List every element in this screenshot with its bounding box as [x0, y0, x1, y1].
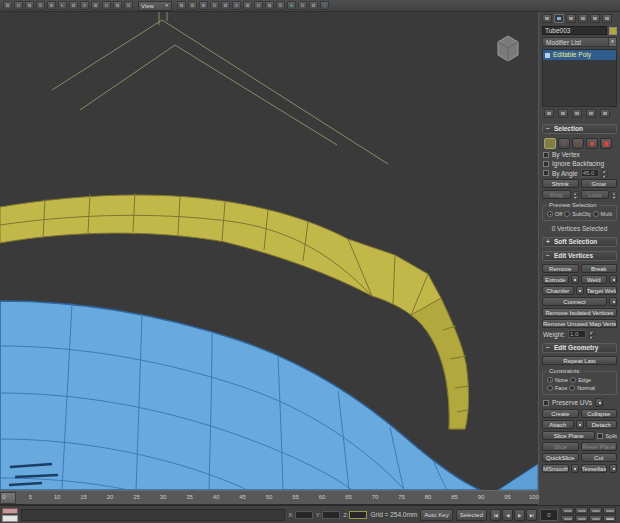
- unlink-selection-icon[interactable]: [36, 1, 45, 10]
- border-icon[interactable]: □: [572, 138, 584, 149]
- curve-editor-icon[interactable]: [265, 1, 274, 10]
- extrude-button[interactable]: Extrude: [542, 275, 569, 284]
- constraint-none-radio[interactable]: [547, 377, 553, 383]
- make-unique-icon[interactable]: [572, 109, 582, 118]
- redo-icon[interactable]: [14, 1, 23, 10]
- break-button[interactable]: Break: [581, 264, 618, 273]
- pin-stack-icon[interactable]: [544, 109, 554, 118]
- polygon-icon[interactable]: ■: [586, 138, 598, 149]
- msmooth-settings-button[interactable]: [571, 464, 579, 473]
- use-pivot-point-center-icon[interactable]: [177, 1, 186, 10]
- viewport-canvas[interactable]: [0, 12, 538, 490]
- remove-modifier-icon[interactable]: [586, 109, 596, 118]
- remove-unused-map-verts-button[interactable]: Remove Unused Map Verts: [542, 319, 617, 328]
- ignore-backfacing-checkbox[interactable]: Ignore Backfacing: [539, 159, 620, 168]
- stack-item-editable-poly[interactable]: Editable Poly: [543, 50, 616, 60]
- remove-button[interactable]: Remove: [542, 264, 579, 273]
- bind-to-spacewarp-icon[interactable]: [47, 1, 56, 10]
- percent-snap-toggle-icon[interactable]: [210, 1, 219, 10]
- remove-isolated-vertices-button[interactable]: Remove Isolated Vertices: [542, 308, 617, 317]
- current-frame-field[interactable]: 0: [540, 509, 558, 521]
- select-link-icon[interactable]: [25, 1, 34, 10]
- select-and-rotate-icon[interactable]: [113, 1, 122, 10]
- configure-modifier-sets-icon[interactable]: [600, 109, 610, 118]
- key-filter-selected-button[interactable]: Selected: [456, 509, 487, 521]
- weight-spinner[interactable]: [589, 330, 595, 338]
- tab-motion[interactable]: [578, 14, 588, 23]
- grow-button[interactable]: Grow: [581, 179, 618, 188]
- z-field[interactable]: [349, 511, 367, 519]
- listener-macro-row[interactable]: [2, 508, 18, 515]
- chamfer-settings-button[interactable]: [576, 286, 584, 295]
- y-field[interactable]: [322, 511, 340, 519]
- cut-button[interactable]: Cut: [581, 453, 618, 462]
- rollout-selection[interactable]: − Selection: [542, 124, 617, 134]
- rollout-soft-selection[interactable]: + Soft Selection: [542, 237, 617, 247]
- tab-modify[interactable]: [554, 14, 564, 23]
- walk-through-icon[interactable]: [575, 515, 588, 522]
- timeline[interactable]: 0510152025303540455055606570758085909510…: [0, 490, 538, 505]
- blue-mesh-corner-fragment[interactable]: [498, 464, 538, 490]
- object-color-swatch[interactable]: [609, 27, 617, 35]
- detach-button[interactable]: Detach: [586, 420, 618, 429]
- zoom-all-icon[interactable]: [575, 507, 588, 514]
- go-to-end-button[interactable]: ▶|: [526, 509, 537, 521]
- edit-named-selection-sets-icon[interactable]: [221, 1, 230, 10]
- vertex-icon[interactable]: ∵: [544, 138, 556, 149]
- render-production-icon[interactable]: [320, 1, 329, 10]
- tab-hierarchy[interactable]: [566, 14, 576, 23]
- connect-button[interactable]: Connect: [542, 297, 607, 306]
- rollout-edit-vertices[interactable]: − Edit Vertices: [542, 251, 617, 261]
- edge-icon[interactable]: /: [558, 138, 570, 149]
- pan-icon[interactable]: [561, 515, 574, 522]
- angle-snap-toggle-icon[interactable]: [199, 1, 208, 10]
- maxscript-mini-listener[interactable]: [2, 508, 18, 522]
- tab-create[interactable]: [542, 14, 552, 23]
- attach-settings-button[interactable]: [576, 420, 584, 429]
- modifier-stack[interactable]: Editable Poly: [542, 49, 617, 107]
- render-setup-icon[interactable]: [298, 1, 307, 10]
- weight-field[interactable]: 1.0: [568, 330, 586, 338]
- repeat-last-button[interactable]: Repeat Last: [542, 356, 617, 365]
- msmooth-button[interactable]: MSmooth: [542, 464, 569, 473]
- zoom-extents-icon[interactable]: [589, 507, 602, 514]
- mirror-icon[interactable]: [232, 1, 241, 10]
- attach-button[interactable]: Attach: [542, 420, 574, 429]
- select-and-scale-icon[interactable]: [124, 1, 133, 10]
- object-name-field[interactable]: Tube003: [542, 26, 607, 35]
- slice-plane-button[interactable]: Slice Plane: [542, 431, 595, 440]
- constraint-edge-radio[interactable]: [570, 377, 576, 383]
- schematic-view-icon[interactable]: [276, 1, 285, 10]
- preserve-uvs-settings-button[interactable]: [595, 398, 603, 407]
- constraint-normal-radio[interactable]: [569, 385, 575, 391]
- split-checkbox[interactable]: [597, 433, 603, 439]
- modifier-list-dropdown[interactable]: Modifier List ▼: [542, 37, 617, 47]
- wireframe-object[interactable]: [52, 12, 388, 164]
- previous-frame-button[interactable]: ◀: [502, 509, 513, 521]
- select-by-name-icon[interactable]: [69, 1, 78, 10]
- select-object-icon[interactable]: [58, 1, 67, 10]
- align-icon[interactable]: [243, 1, 252, 10]
- reference-coordinate-dropdown[interactable]: View ▼: [138, 1, 172, 11]
- by-vertex-checkbox[interactable]: By Vertex: [539, 150, 620, 159]
- rectangular-selection-region-icon[interactable]: [80, 1, 89, 10]
- preview-multi-radio[interactable]: [593, 211, 599, 217]
- show-end-result-icon[interactable]: [558, 109, 568, 118]
- auto-key-button[interactable]: Auto Key: [420, 509, 452, 521]
- create-button[interactable]: Create: [542, 409, 579, 418]
- window-crossing-icon[interactable]: [91, 1, 100, 10]
- rendered-frame-window-icon[interactable]: [309, 1, 318, 10]
- x-field[interactable]: [295, 511, 313, 519]
- zoom-icon[interactable]: [561, 507, 574, 514]
- connect-settings-button[interactable]: [609, 297, 617, 306]
- zoom-region-icon[interactable]: [603, 507, 616, 514]
- preview-off-radio[interactable]: [547, 211, 553, 217]
- orbit-icon[interactable]: [589, 515, 602, 522]
- tessellate-settings-button[interactable]: [609, 464, 617, 473]
- angle-spinner[interactable]: [602, 169, 608, 177]
- by-angle-checkbox[interactable]: By Angle 45.0: [539, 168, 620, 178]
- listener-script-row[interactable]: [2, 515, 18, 522]
- collapse-button[interactable]: Collapse: [581, 409, 618, 418]
- chamfer-button[interactable]: Chamfer: [542, 286, 574, 295]
- go-to-start-button[interactable]: |◀: [490, 509, 501, 521]
